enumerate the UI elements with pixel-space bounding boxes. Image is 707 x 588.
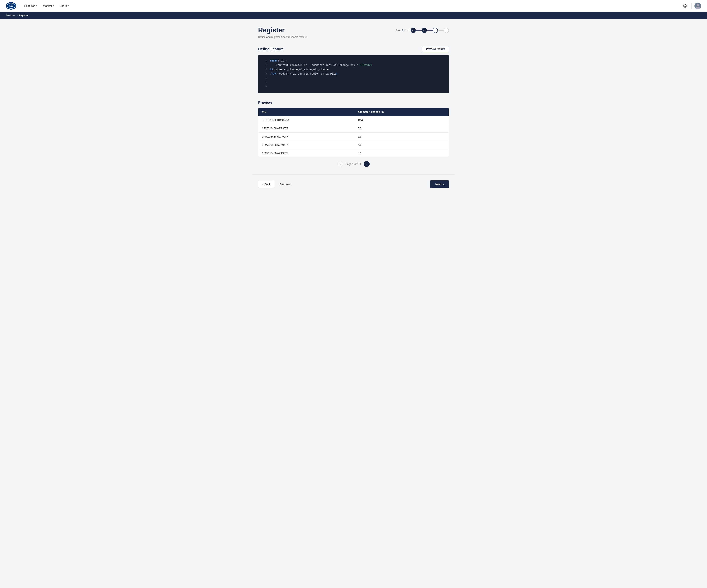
- nav-right: [681, 2, 701, 9]
- code-line-3: 3 AS odometer_change_mi_since_oil_change: [258, 68, 449, 72]
- code-line-2: 2 (current_odometer_km - odometer_last_o…: [258, 63, 449, 68]
- cell-odometer: 12.4: [354, 116, 449, 124]
- preview-table-wrap: VIN odometer_change_mi JTKDE167960124556…: [258, 108, 449, 158]
- cell-vin: 1FMZU34E8WZA9677: [258, 149, 354, 157]
- define-feature-header: Define Feature Preview results: [258, 46, 449, 52]
- next-page-button[interactable]: ›: [364, 161, 370, 167]
- cell-odometer: 5.6: [354, 124, 449, 132]
- user-avatar[interactable]: [695, 3, 701, 9]
- code-text-3: AS odometer_change_mi_since_oil_change: [270, 68, 329, 72]
- col-header-odometer: odometer_change_mi: [354, 108, 449, 116]
- code-text-5: [270, 76, 271, 81]
- back-button[interactable]: ‹ Back: [258, 181, 274, 188]
- nav-monitor-label: Monitor: [43, 4, 52, 7]
- breadcrumb-register: Register: [19, 14, 29, 17]
- nav-monitor[interactable]: Monitor ▾: [41, 3, 56, 9]
- step-dot-3: [433, 28, 438, 33]
- cell-vin: 1FMZU34E8WZA9677: [258, 124, 354, 132]
- code-text-1: SELECT vin,: [270, 59, 287, 63]
- line-num-2: 2: [262, 63, 267, 67]
- monitor-chevron-icon: ▾: [53, 5, 54, 7]
- next-arrow-icon: ›: [443, 183, 444, 186]
- preview-title: Preview: [258, 101, 272, 105]
- preview-section: Preview VIN odometer_change_mi JTKDE1679…: [258, 101, 449, 167]
- cell-vin: 1FMZU34E8WZA9677: [258, 132, 354, 141]
- page-text: Page 1 of 100: [345, 163, 362, 166]
- nav-features-label: Features: [24, 4, 35, 7]
- nav-links: Features ▾ Monitor ▾ Learn ▾: [22, 3, 675, 9]
- back-label: Back: [264, 183, 270, 186]
- step-line-3: [438, 30, 444, 31]
- code-line-4: 4 FROM ncvdvaj_trip_sum_big_region_oh_pa…: [258, 72, 449, 76]
- table-row: 1FMZU34E8WZA96775.6: [258, 141, 449, 149]
- page-subtitle: Define and register a new reusable featu…: [258, 36, 307, 38]
- cell-vin: 1FMZU34E8WZA9677: [258, 141, 354, 149]
- cell-odometer: 5.6: [354, 149, 449, 157]
- step-line-1: [416, 30, 422, 31]
- table-row: JTKDE167960124556A12.4: [258, 116, 449, 124]
- col-header-vin: VIN: [258, 108, 354, 116]
- breadcrumb-features[interactable]: Features: [6, 14, 15, 17]
- preview-header: Preview: [258, 101, 449, 105]
- code-line-7: 7: [258, 85, 449, 90]
- line-num-7: 7: [262, 85, 267, 89]
- prev-page-button[interactable]: ‹: [337, 161, 343, 167]
- table-header-row: VIN odometer_change_mi: [258, 108, 449, 116]
- define-feature-section: Define Feature Preview results 1 SELECT …: [258, 46, 449, 93]
- table-row: 1FMZU34E8WZA96775.6: [258, 132, 449, 141]
- cell-odometer: 5.6: [354, 132, 449, 141]
- next-button[interactable]: Next ›: [430, 180, 449, 188]
- nav-features[interactable]: Features ▾: [22, 3, 39, 9]
- line-num-5: 5: [262, 76, 267, 80]
- table-row: 1FMZU34E8WZA96775.6: [258, 124, 449, 132]
- check-icon-1: [412, 29, 414, 32]
- nav-learn-label: Learn: [60, 4, 67, 7]
- ford-logo[interactable]: Ford: [6, 2, 16, 9]
- code-line-5: 5: [258, 76, 449, 81]
- learn-chevron-icon: ▾: [68, 5, 69, 7]
- back-chevron-icon: ‹: [262, 183, 263, 186]
- line-num-4: 4: [262, 72, 267, 76]
- features-chevron-icon: ▾: [36, 5, 37, 7]
- step-dots: [411, 28, 449, 33]
- breadcrumb-separator: ›: [17, 14, 18, 17]
- cell-vin: JTKDE167960124556A: [258, 116, 354, 124]
- line-num-6: 6: [262, 81, 267, 85]
- step-dot-2: [422, 28, 427, 33]
- layers-icon[interactable]: [681, 2, 688, 9]
- page-title: Register: [258, 26, 307, 34]
- code-text-6: [270, 81, 271, 85]
- cell-odometer: 5.6: [354, 141, 449, 149]
- start-over-button[interactable]: Start over: [279, 181, 292, 187]
- code-text-7: [270, 85, 271, 90]
- define-feature-title: Define Feature: [258, 47, 284, 51]
- code-line-6: 6: [258, 81, 449, 85]
- table-row: 1FMZU34E8WZA96775.6: [258, 149, 449, 157]
- code-text-4: FROM ncvdvaj_trip_sum_big_region_oh_pa_p…: [270, 72, 337, 76]
- preview-table: VIN odometer_change_mi JTKDE167960124556…: [258, 108, 449, 157]
- code-editor[interactable]: 1 SELECT vin, 2 (current_odometer_km - o…: [258, 55, 449, 93]
- main-content: Register Define and register a new reusa…: [252, 19, 455, 203]
- nav-learn[interactable]: Learn ▾: [58, 3, 71, 9]
- footer-nav: ‹ Back Start over Next ›: [258, 175, 449, 188]
- line-num-1: 1: [262, 59, 267, 63]
- step-dot-1: [411, 28, 416, 33]
- breadcrumb-bar: Features › Register: [0, 12, 707, 19]
- line-num-3: 3: [262, 68, 267, 72]
- step-current: 3: [402, 29, 403, 32]
- page-header: Register Define and register a new reusa…: [258, 26, 449, 38]
- check-icon-2: [423, 29, 425, 32]
- step-line-2: [427, 30, 433, 31]
- code-text-2: (current_odometer_km - odometer_last_oil…: [270, 63, 372, 68]
- pagination: ‹ Page 1 of 100 ›: [258, 161, 449, 167]
- svg-point-4: [697, 4, 699, 6]
- step-indicator: Step 3 of 4: [396, 26, 449, 33]
- step-dot-4: [444, 28, 449, 33]
- step-total: 4: [407, 29, 408, 32]
- next-label: Next: [435, 183, 441, 186]
- step-label: Step 3 of 4: [396, 29, 408, 32]
- preview-results-button[interactable]: Preview results: [422, 46, 449, 52]
- svg-text:Ford: Ford: [9, 5, 13, 7]
- code-line-1: 1 SELECT vin,: [258, 59, 449, 63]
- page-title-block: Register Define and register a new reusa…: [258, 26, 307, 38]
